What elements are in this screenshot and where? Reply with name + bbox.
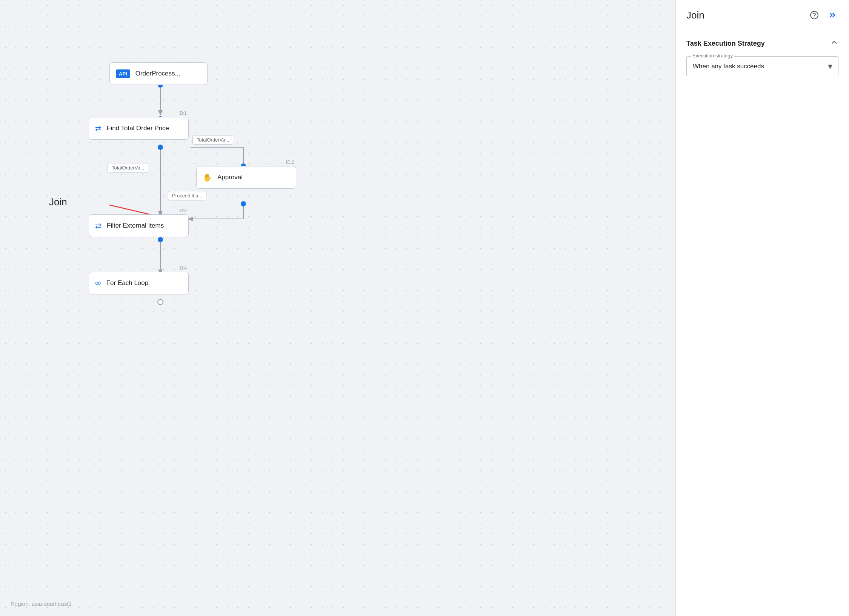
api-badge: API bbox=[116, 69, 130, 78]
panel-section-header: Task Execution Strategy bbox=[686, 38, 838, 49]
svg-point-14 bbox=[158, 237, 163, 242]
find-total-node[interactable]: ID:1 ⇄ Find Total Order Price bbox=[89, 117, 189, 140]
for-each-label: For Each Loop bbox=[106, 279, 149, 287]
filter-external-id: ID:3 bbox=[178, 208, 187, 213]
filter-external-node[interactable]: ID:3 ⇄ Filter External Items bbox=[89, 214, 189, 237]
flow-svg bbox=[0, 0, 675, 616]
approval-node[interactable]: ID:2 ✋ Approval bbox=[196, 166, 296, 189]
edge-label-1: TotalOrderVa... bbox=[192, 135, 233, 145]
right-panel: Join Task Execution Strategy bbox=[675, 0, 849, 616]
execution-strategy-select[interactable]: When any task succeeds When all tasks su… bbox=[686, 56, 838, 76]
for-each-icon: ∞ bbox=[95, 278, 101, 288]
section-title: Task Execution Strategy bbox=[686, 40, 765, 48]
find-total-id: ID:1 bbox=[178, 111, 187, 116]
approval-icon: ✋ bbox=[203, 173, 212, 182]
panel-header: Join bbox=[676, 0, 849, 29]
svg-marker-1 bbox=[158, 110, 163, 116]
filter-external-icon: ⇄ bbox=[95, 221, 102, 230]
section-collapse-button[interactable] bbox=[830, 38, 838, 49]
for-each-node[interactable]: ID:4 ∞ For Each Loop bbox=[89, 272, 189, 294]
execution-strategy-group: Execution strategy When any task succeed… bbox=[686, 56, 838, 76]
field-label: Execution strategy bbox=[691, 53, 734, 59]
panel-section-execution: Task Execution Strategy Execution strate… bbox=[676, 29, 849, 85]
filter-external-label: Filter External Items bbox=[107, 222, 164, 229]
api-trigger-node[interactable]: API OrderProcess... bbox=[109, 62, 208, 85]
for-each-id: ID:4 bbox=[178, 265, 187, 271]
approval-id: ID:2 bbox=[286, 160, 294, 165]
join-annotation: Join bbox=[49, 196, 67, 208]
help-button[interactable] bbox=[808, 9, 820, 21]
find-total-icon: ⇄ bbox=[95, 124, 102, 133]
svg-point-10 bbox=[158, 145, 163, 150]
api-trigger-label: OrderProcess... bbox=[135, 70, 180, 77]
collapse-panel-button[interactable] bbox=[826, 9, 838, 21]
edge-label-2: TotalOrderVa... bbox=[108, 163, 148, 172]
panel-header-icons bbox=[808, 9, 838, 21]
panel-title: Join bbox=[686, 9, 704, 21]
svg-point-16 bbox=[158, 299, 163, 305]
region-label: Region: asia-southeast1 bbox=[11, 601, 72, 607]
svg-point-12 bbox=[241, 201, 246, 206]
canvas-area[interactable]: API OrderProcess... ID:1 ⇄ Find Total Or… bbox=[0, 0, 675, 616]
edge-label-3: Proceed if a... bbox=[168, 191, 206, 200]
find-total-label: Find Total Order Price bbox=[107, 125, 169, 132]
approval-label: Approval bbox=[217, 174, 243, 181]
